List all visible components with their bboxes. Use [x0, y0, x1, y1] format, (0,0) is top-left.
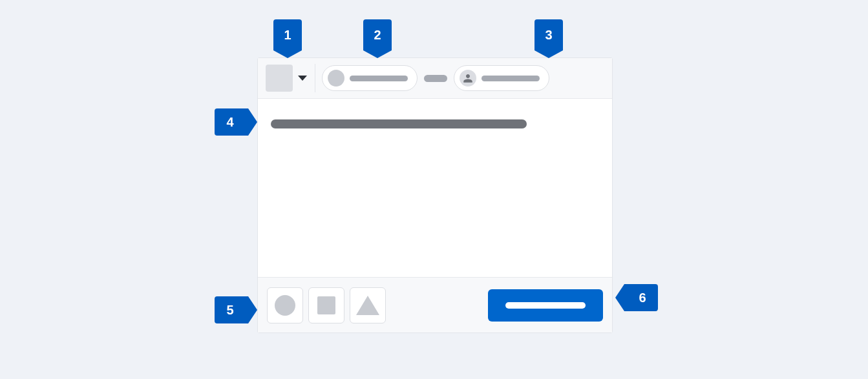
assignee-chip[interactable]: [454, 65, 549, 91]
project-swatch-icon: [266, 65, 293, 92]
callout-5: 5: [215, 296, 248, 323]
secondary-actions: [267, 287, 386, 323]
action-button-circle[interactable]: [267, 287, 303, 323]
callout-label: 1: [284, 28, 291, 43]
issue-type-picker[interactable]: [266, 64, 315, 92]
callout-4: 4: [215, 108, 248, 136]
epic-chip[interactable]: [322, 65, 418, 91]
callout-label: 4: [226, 115, 233, 130]
dialog-toolbar: [258, 58, 612, 98]
button-label-placeholder: [505, 302, 586, 309]
callout-1: 1: [273, 19, 302, 50]
create-button[interactable]: [488, 289, 603, 322]
action-button-triangle[interactable]: [350, 287, 386, 323]
circle-icon: [275, 295, 295, 316]
callout-3: 3: [535, 19, 563, 50]
callout-label: 3: [545, 28, 552, 43]
separator-pill: [424, 75, 447, 82]
callout-label: 5: [226, 303, 233, 318]
avatar-person-icon: [460, 70, 476, 87]
chevron-down-icon: [298, 76, 307, 81]
dialog-footer: [258, 278, 612, 333]
callout-6: 6: [624, 284, 658, 311]
triangle-icon: [356, 296, 379, 315]
avatar-icon: [328, 70, 344, 87]
action-button-square[interactable]: [308, 287, 344, 323]
callout-label: 2: [374, 28, 381, 43]
callout-2: 2: [363, 19, 392, 50]
square-icon: [317, 296, 335, 314]
summary-input[interactable]: [271, 119, 527, 128]
dialog-body: [258, 98, 612, 278]
chip-label-placeholder: [350, 76, 408, 81]
issue-create-dialog: [257, 57, 613, 333]
chip-label-placeholder: [482, 76, 540, 81]
callout-label: 6: [639, 291, 646, 305]
